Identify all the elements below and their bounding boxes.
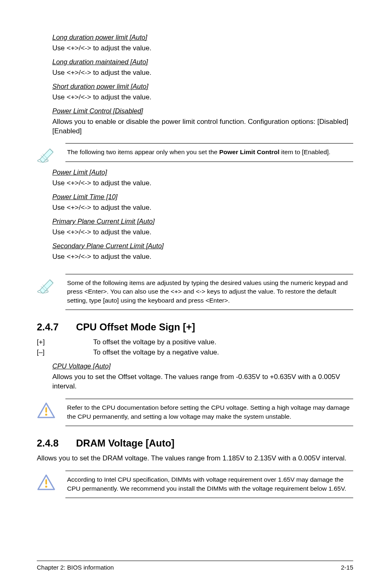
offset-row-plus: [+] To offset the voltage by a positive … <box>37 338 353 347</box>
param-link[interactable]: Short duration power limit [Auto] <box>52 82 148 91</box>
param-link[interactable]: Secondary Plane Current Limit [Auto] <box>52 241 164 250</box>
pencil-note-icon <box>37 274 65 294</box>
note-caution-2: According to Intel CPU specification, DI… <box>37 471 353 498</box>
note-text: Refer to the CPU documentation before se… <box>65 399 353 426</box>
note-info-1: The following two items appear only when… <box>37 143 353 163</box>
dram-voltage-body: Allows you to set the DRAM voltage. The … <box>37 454 353 463</box>
section-heading-248: 2.4.8DRAM Voltage [Auto] <box>37 437 353 450</box>
param-body: Use <+>/<-> to adjust the value. <box>52 68 353 78</box>
offset-key: [–] <box>37 348 93 357</box>
note-caution-1: Refer to the CPU documentation before se… <box>37 399 353 426</box>
svg-rect-4 <box>45 479 47 485</box>
param-body: Use <+>/<-> to adjust the value. <box>52 228 353 237</box>
cpu-voltage-body: Allows you to set the Offset voltage. Th… <box>52 373 353 391</box>
param-link[interactable]: Power Limit Time [10] <box>52 192 117 201</box>
param-body: Use <+>/<-> to adjust the value. <box>52 203 353 213</box>
note-text: According to Intel CPU specification, DI… <box>65 471 353 498</box>
svg-rect-2 <box>45 407 47 413</box>
note-info-2: Some of the following items are adjusted… <box>37 274 353 310</box>
caution-triangle-icon <box>37 399 65 419</box>
footer-page-number: 2-15 <box>341 563 353 572</box>
param-body: Use <+>/<-> to adjust the value. <box>52 179 353 188</box>
param-body: Use <+>/<-> to adjust the value. <box>52 44 353 53</box>
section-heading-247: 2.4.7CPU Offset Mode Sign [+] <box>37 321 353 334</box>
param-link[interactable]: Long duration power limit [Auto] <box>52 33 147 42</box>
param-link[interactable]: Power Limit Control [Disabled] <box>52 106 143 115</box>
param-link[interactable]: Long duration maintained [Auto] <box>52 57 148 66</box>
param-block-2: Power Limit [Auto] Use <+>/<-> to adjust… <box>52 168 353 262</box>
pencil-note-icon <box>37 143 65 163</box>
page-footer: Chapter 2: BIOS information 2-15 <box>37 561 353 572</box>
offset-val: To offset the voltage by a negative valu… <box>93 348 353 357</box>
param-body: Allows you to enable or disable the powe… <box>52 117 353 136</box>
offset-key: [+] <box>37 338 93 347</box>
param-link[interactable]: Power Limit [Auto] <box>52 168 107 177</box>
offset-row-minus: [–] To offset the voltage by a negative … <box>37 348 353 357</box>
param-link[interactable]: Primary Plane Current Limit [Auto] <box>52 217 155 226</box>
param-block-1: Long duration power limit [Auto] Use <+>… <box>52 33 353 136</box>
footer-chapter: Chapter 2: BIOS information <box>37 563 114 572</box>
note-text: The following two items appear only when… <box>65 143 353 162</box>
svg-point-3 <box>45 414 47 416</box>
caution-triangle-icon <box>37 471 65 491</box>
param-body: Use <+>/<-> to adjust the value. <box>52 93 353 102</box>
cpu-voltage-link[interactable]: CPU Voltage [Auto] <box>52 362 110 370</box>
offset-val: To offset the voltage by a positive valu… <box>93 338 353 347</box>
page: Long duration power limit [Auto] Use <+>… <box>0 0 390 588</box>
cpu-voltage-block: CPU Voltage [Auto] Allows you to set the… <box>52 361 353 391</box>
param-body: Use <+>/<-> to adjust the value. <box>52 252 353 262</box>
note-text: Some of the following items are adjusted… <box>65 274 353 310</box>
svg-point-5 <box>45 486 47 488</box>
